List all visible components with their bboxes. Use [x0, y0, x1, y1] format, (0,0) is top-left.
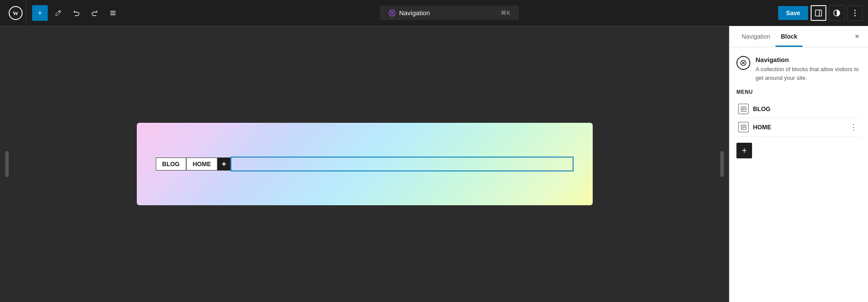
- navigation-icon: [389, 10, 396, 16]
- command-shortcut: ⌘K: [501, 10, 510, 16]
- block-info: Navigation A collection of blocks that a…: [756, 56, 861, 82]
- svg-point-11: [855, 10, 856, 11]
- undo-icon: [73, 10, 80, 16]
- contrast-button[interactable]: [829, 5, 845, 21]
- scroll-handle-left[interactable]: [5, 151, 9, 177]
- menu-item-home: HOME ⋮: [736, 118, 861, 137]
- svg-point-13: [855, 15, 856, 16]
- save-button[interactable]: Save: [778, 6, 808, 20]
- menu-section-label: Menu: [736, 89, 861, 95]
- menu-add-button[interactable]: +: [736, 143, 752, 158]
- menu-item-icon-blog: [738, 104, 749, 114]
- toolbar-center: Navigation ⌘K: [123, 6, 776, 20]
- toolbar: W +: [0, 0, 868, 26]
- pencil-icon: [55, 10, 62, 16]
- panel-icon: [815, 10, 822, 16]
- menu-section: Menu BLOG: [736, 89, 861, 158]
- sidebar-tabs: Navigation Block ×: [729, 26, 868, 47]
- sidebar: Navigation Block × Navigation A collecti…: [729, 26, 868, 302]
- more-options-icon: [854, 10, 856, 16]
- menu-item-label-home: HOME: [753, 124, 844, 131]
- block-description: A collection of blocks that allow visito…: [756, 65, 861, 82]
- canvas-area: BLOG HOME +: [0, 26, 729, 302]
- redo-icon: [91, 10, 98, 16]
- svg-rect-8: [815, 10, 822, 16]
- sidebar-toggle-button[interactable]: [811, 5, 826, 21]
- navigation-block-icon: [740, 60, 746, 66]
- block-icon: [736, 56, 750, 70]
- sidebar-content: Navigation A collection of blocks that a…: [729, 47, 868, 167]
- page-icon-home: [741, 125, 746, 130]
- edit-button[interactable]: [50, 5, 66, 21]
- command-bar-left: Navigation: [389, 9, 430, 16]
- nav-add-item-button[interactable]: +: [218, 158, 231, 171]
- menu-item-blog: BLOG: [736, 100, 861, 118]
- wordpress-icon: W: [9, 6, 23, 20]
- add-block-button[interactable]: +: [32, 5, 48, 21]
- block-title: Navigation: [756, 56, 861, 63]
- toolbar-right: Save: [778, 5, 863, 21]
- page-icon-blog: [741, 106, 746, 112]
- menu-item-label-blog: BLOG: [753, 105, 859, 112]
- nav-item-blog[interactable]: BLOG: [155, 158, 186, 171]
- nav-input-area[interactable]: [231, 157, 574, 171]
- contrast-icon: [833, 10, 840, 16]
- main-area: BLOG HOME + Navigation Block ×: [0, 26, 868, 302]
- menu-item-icon-home: [738, 122, 749, 132]
- nav-item-home[interactable]: HOME: [186, 158, 218, 171]
- options-button[interactable]: [847, 5, 863, 21]
- menu-item-options-home[interactable]: ⋮: [848, 121, 859, 133]
- svg-text:W: W: [13, 10, 18, 16]
- scroll-handle-right[interactable]: [720, 151, 724, 177]
- sidebar-close-button[interactable]: ×: [853, 30, 861, 43]
- tab-block[interactable]: Block: [776, 26, 802, 47]
- tab-navigation[interactable]: Navigation: [736, 26, 776, 47]
- wp-logo: W: [5, 0, 26, 26]
- command-bar[interactable]: Navigation ⌘K: [380, 6, 519, 20]
- list-view-button[interactable]: [105, 5, 121, 21]
- svg-point-12: [855, 12, 856, 13]
- redo-button[interactable]: [87, 5, 102, 21]
- canvas-block: BLOG HOME +: [137, 123, 593, 205]
- nav-block-inner: BLOG HOME +: [155, 157, 573, 171]
- block-header: Navigation A collection of blocks that a…: [736, 56, 861, 82]
- list-icon: [109, 10, 116, 16]
- undo-button[interactable]: [69, 5, 84, 21]
- command-text: Navigation: [399, 9, 430, 16]
